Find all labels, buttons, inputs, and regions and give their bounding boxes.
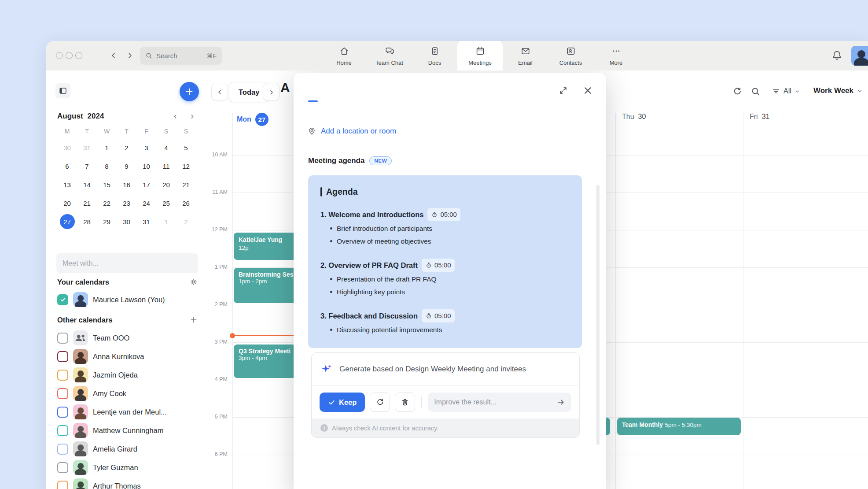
agenda-item-title-row: 2. Overview of PR FAQ Draft05:00 xyxy=(320,259,570,272)
agenda-item-bullets: Presentation of the draft PR FAQHighligh… xyxy=(320,273,570,298)
time-label: 12 PM xyxy=(199,226,228,233)
event-details-modal: Add a location or room Meeting agenda NE… xyxy=(294,73,606,489)
stopwatch-icon xyxy=(431,211,438,218)
global-search-input[interactable]: Search ⌘F xyxy=(140,47,222,65)
event-time: 3pm - 4pm xyxy=(239,355,291,361)
discard-trash-button[interactable] xyxy=(395,393,415,412)
bullet-dot xyxy=(330,227,332,230)
window-minimize-button[interactable] xyxy=(66,52,73,59)
bullet-dot xyxy=(330,329,332,331)
duration-pill: 05:00 xyxy=(427,208,460,221)
tab-more[interactable]: More xyxy=(593,41,639,70)
keep-button[interactable]: Keep xyxy=(320,393,365,412)
time-label: 5 PM xyxy=(199,414,228,420)
event-time: 1pm - 2pm xyxy=(239,278,291,285)
current-time-dot xyxy=(230,333,235,338)
tab-team-chat[interactable]: Team Chat xyxy=(367,41,412,70)
agenda-bullet: Presentation of the draft PR FAQ xyxy=(330,273,570,285)
time-label: 11 AM xyxy=(199,189,228,195)
app-window: Search ⌘F HomeTeam ChatDocsMeetingsEmail… xyxy=(46,41,868,489)
improve-placeholder: Improve the result... xyxy=(434,398,496,406)
close-modal-icon[interactable] xyxy=(582,85,593,96)
tab-label: More xyxy=(610,59,623,66)
event-time: 12p xyxy=(239,244,249,251)
contacts-icon xyxy=(566,46,576,58)
stopwatch-icon xyxy=(425,312,432,319)
ai-disclaimer-bar: ! Always check AI content for accuracy. xyxy=(312,419,579,437)
tab-contacts[interactable]: Contacts xyxy=(548,41,593,70)
bullet-text: Presentation of the draft PR FAQ xyxy=(337,273,437,285)
agenda-bullet: Highlighting key points xyxy=(330,285,570,298)
primary-nav-tabs: HomeTeam ChatDocsMeetingsEmailContactsMo… xyxy=(321,41,639,70)
history-forward-button[interactable] xyxy=(124,50,136,61)
add-location-row[interactable]: Add a location or room xyxy=(307,126,396,136)
regenerate-button[interactable] xyxy=(370,393,390,412)
user-avatar[interactable] xyxy=(851,46,868,66)
agenda-item-title-row: 1. Welcome and Introductions05:00 xyxy=(320,208,570,221)
event-title: Katie/Jae Yung xyxy=(239,236,282,243)
docs-icon xyxy=(430,46,440,58)
tab-home[interactable]: Home xyxy=(321,41,367,70)
calendar-event[interactable]: Brainstorming Ses1pm - 2pm xyxy=(234,268,296,303)
improve-result-input[interactable]: Improve the result... xyxy=(428,393,571,412)
ai-actions-row: Keep Improve the result... xyxy=(312,386,579,419)
notifications-bell-icon[interactable] xyxy=(831,49,843,63)
agenda-bullet: Overview of meeting objectives xyxy=(330,235,570,248)
ai-sparkle-icon xyxy=(320,363,333,375)
bullet-text: Highlighting key points xyxy=(337,285,405,298)
calendar-event[interactable]: Team Monthly 5pm - 5:30pm xyxy=(617,418,741,435)
window-close-button[interactable] xyxy=(56,52,63,59)
text-cursor xyxy=(320,187,322,196)
bullet-dot xyxy=(330,291,332,293)
add-location-link[interactable]: Add a location or room xyxy=(321,127,396,136)
agenda-item-bullets: Brief introduction of participantsOvervi… xyxy=(320,222,570,248)
calendar-event[interactable]: Katie/Jae Yung 12p xyxy=(234,233,296,260)
tab-label: Contacts xyxy=(559,59,582,66)
time-label: 3 PM xyxy=(199,339,228,345)
history-back-button[interactable] xyxy=(108,50,119,61)
bullet-text: Discussing potential improvements xyxy=(337,323,442,336)
agenda-item-bullets: Discussing potential improvements xyxy=(320,323,570,336)
time-label: 2 PM xyxy=(199,301,228,307)
day-header: Fri31 xyxy=(750,113,769,121)
ai-disclaimer-text: Always check AI content for accuracy. xyxy=(332,425,438,432)
agenda-bullet: Brief introduction of participants xyxy=(330,222,570,235)
tab-meetings[interactable]: Meetings xyxy=(457,41,503,70)
tab-email[interactable]: Email xyxy=(503,41,548,70)
home-icon xyxy=(339,46,349,58)
day-number: 30 xyxy=(638,113,646,121)
ai-generate-card: Generate based on Design Weekly Meeting … xyxy=(311,352,580,438)
day-number: 27 xyxy=(255,113,268,126)
expand-modal-icon[interactable] xyxy=(558,85,568,96)
day-name: Mon xyxy=(237,115,251,123)
event-title: Team Monthly xyxy=(622,421,663,428)
duration-pill: 05:00 xyxy=(422,259,455,272)
tab-label: Docs xyxy=(428,59,441,66)
submit-arrow-icon[interactable] xyxy=(556,398,565,407)
agenda-item: 3. Feedback and Discussion05:00Discussin… xyxy=(320,309,570,336)
stopwatch-icon xyxy=(425,262,432,269)
day-column-line xyxy=(232,113,233,489)
bullet-text: Overview of meeting objectives xyxy=(337,235,431,248)
agenda-item-title: 3. Feedback and Discussion xyxy=(320,310,418,322)
day-column-line xyxy=(615,113,616,489)
duration-value: 05:00 xyxy=(434,310,451,322)
event-title: Brainstorming Ses xyxy=(239,271,291,278)
agenda-editor[interactable]: Agenda 1. Welcome and Introductions05:00… xyxy=(308,175,582,348)
agenda-heading-row: Agenda xyxy=(320,187,570,197)
day-header: Thu30 xyxy=(622,113,646,121)
tab-label: Home xyxy=(336,59,352,66)
calendar-event[interactable]: Q3 Strategy Meeti3pm - 4pm xyxy=(234,345,296,378)
day-name: Fri xyxy=(750,113,758,121)
time-label: 1 PM xyxy=(199,264,228,270)
info-icon: ! xyxy=(320,424,328,432)
email-icon xyxy=(520,46,531,58)
modal-scrollbar[interactable] xyxy=(596,185,600,445)
window-controls xyxy=(56,52,82,59)
tab-docs[interactable]: Docs xyxy=(412,41,457,70)
window-zoom-button[interactable] xyxy=(75,52,82,59)
meeting-agenda-label: Meeting agenda xyxy=(308,156,364,165)
new-badge: NEW xyxy=(369,156,392,165)
bullet-dot xyxy=(330,278,332,280)
duration-value: 05:00 xyxy=(440,209,457,220)
